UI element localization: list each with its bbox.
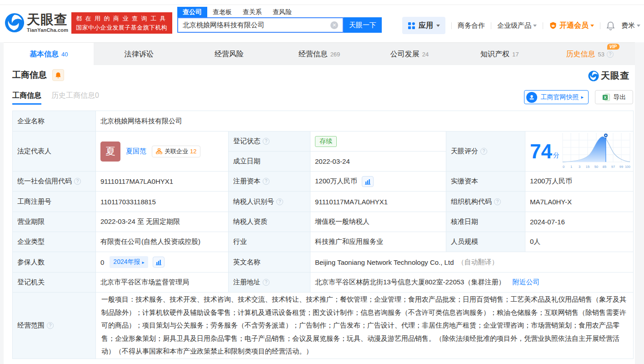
section-header: 工商信息: [12, 69, 64, 81]
status-date-column: 登记状态 ? 存续 成立日期 2022-03-24: [229, 131, 446, 172]
help-icon[interactable]: ?: [47, 322, 54, 329]
nearby-companies-link[interactable]: 附近公司: [512, 278, 539, 287]
auto-translate-note: （自动翻译）: [457, 258, 498, 267]
svg-text:15: 15: [586, 165, 589, 169]
vip-crown-icon: [549, 21, 557, 30]
vip-tag: VIP: [607, 44, 619, 50]
related-companies-badge[interactable]: 关联企业 12: [152, 146, 200, 157]
legal-rep-link[interactable]: 夏国范: [126, 147, 146, 156]
top-nav: 应用 商务合作 企业级产品 开通会员: [402, 17, 640, 34]
table-row: 登记状态 ? 存续: [229, 131, 446, 152]
help-icon[interactable]: ?: [263, 178, 270, 185]
credit-code-label: 统一社会信用代码 ?: [13, 172, 96, 192]
help-icon[interactable]: ?: [607, 51, 614, 58]
watermark-logo: 天眼查: [588, 70, 629, 82]
enterprise-label: 企业级产品: [497, 21, 531, 30]
label-text: 组织机构代码: [451, 197, 492, 206]
table-row: 经营范围 ? 一般项目：技术服务、技术开发、技术咨询、技术交流、技术转让、技术推…: [13, 293, 634, 359]
company-type-label: 企业类型: [13, 232, 96, 252]
snapshot-label: 工商官网快照: [540, 93, 579, 101]
reg-number-value: 110117033118815: [96, 192, 229, 212]
help-icon[interactable]: ?: [276, 198, 283, 205]
taxpayer-quality-value: 增值税一般纳税人: [310, 212, 446, 232]
divider: [600, 22, 600, 29]
taxpayer-id-value: 91110117MA7LA0HYX1: [310, 192, 446, 212]
tianyancha-logo[interactable]: 天眼查 TianYanCha.com: [5, 13, 68, 33]
label-text: 登记状态: [233, 137, 260, 146]
svg-text:100: 100: [625, 165, 630, 168]
nav-vip[interactable]: 开通会员: [549, 21, 594, 30]
capital-chart-button[interactable]: [362, 176, 374, 187]
insured-chart-button[interactable]: [153, 257, 165, 268]
tab-company-development[interactable]: 公司发展 24: [364, 43, 454, 66]
sub-tabs: 工商信息 历史工商信息0: [12, 91, 109, 105]
nav-user[interactable]: 费米: [621, 21, 640, 30]
tianyancha-logo-icon: [588, 71, 599, 81]
excel-icon: X: [602, 93, 610, 101]
label-text: 经营范围: [17, 321, 45, 330]
subscribe-bell-button[interactable]: [52, 69, 64, 81]
arrow-right-icon: ▸: [581, 94, 584, 100]
tab-operating-risk[interactable]: 经营风险: [184, 43, 274, 66]
help-icon[interactable]: ?: [263, 138, 270, 145]
export-button[interactable]: X 导出: [595, 90, 633, 104]
clear-icon[interactable]: ✕: [330, 21, 338, 29]
nav-cooperation[interactable]: 商务合作: [458, 21, 485, 30]
apps-menu[interactable]: 应用: [402, 17, 445, 34]
search-tab-relation[interactable]: 查关系: [243, 8, 262, 16]
insured-label: 参保人数: [13, 252, 96, 273]
search-tab-boss[interactable]: 查老板: [213, 8, 232, 16]
subtab-history-business-info[interactable]: 历史工商信息0: [51, 91, 99, 105]
est-date-label: 成立日期: [229, 152, 310, 172]
svg-text:99: 99: [619, 165, 623, 169]
search-button[interactable]: 天眼一下: [344, 17, 382, 33]
tab-intellectual-property[interactable]: 知识产权 17: [454, 43, 544, 66]
chevron-down-icon: [436, 25, 440, 29]
search-tab-risk[interactable]: 查风险: [273, 8, 292, 16]
paid-capital-value: 1200万人民币: [525, 172, 634, 192]
tab-business-info[interactable]: 经营信息 269: [274, 43, 364, 66]
tab-history-info[interactable]: VIP 历史信息 53 ?: [545, 43, 635, 66]
official-snapshot-button[interactable]: 工商官网快照 ▸: [524, 90, 589, 104]
tab-legal[interactable]: 法律诉讼: [94, 43, 184, 66]
search-input[interactable]: 北京桃娘网络科技有限公司 ✕: [177, 17, 344, 33]
help-icon[interactable]: ?: [494, 198, 501, 205]
label-text: 注册资本: [233, 177, 260, 186]
annual-report-label: 2024年报: [113, 258, 140, 266]
taxpayer-id-label: 纳税人识别号 ?: [229, 192, 310, 212]
business-info-table: 企业名称 北京桃娘网络科技有限公司 法定代表人 夏 夏国范 关联企业 12: [12, 111, 634, 359]
help-icon[interactable]: ?: [74, 178, 81, 185]
tab-label: 基本信息: [30, 50, 59, 59]
chevron-down-icon: [590, 25, 594, 29]
insured-value: 0 2024年报 ▸: [96, 252, 229, 273]
user-name: 费米: [621, 21, 635, 30]
search-tab-company[interactable]: 查公司: [177, 7, 207, 18]
term-value: 2022-03-24 至 无固定期限: [96, 212, 229, 232]
nav-enterprise[interactable]: 企业级产品: [497, 21, 537, 30]
org-chart-icon: [156, 148, 162, 154]
en-name-value: Beijing Taoniang Network Technology Co.,…: [310, 252, 634, 273]
staff-value: 0人: [525, 232, 634, 252]
annual-report-badge[interactable]: 2024年报 ▸: [110, 256, 148, 268]
tab-label: 经营风险: [215, 50, 244, 59]
table-row: 营业期限 2022-03-24 至 无固定期限 纳税人资质 增值税一般纳税人 核…: [13, 212, 634, 232]
label-text: 统一社会信用代码: [17, 177, 72, 186]
reg-capital-label: 注册资本 ?: [229, 172, 310, 192]
help-icon[interactable]: ?: [480, 148, 487, 155]
avatar[interactable]: 夏: [100, 142, 120, 162]
table-row: 工商注册号 110117033118815 纳税人识别号 ? 91110117M…: [13, 192, 634, 212]
search-value: 北京桃娘网络科技有限公司: [183, 21, 330, 30]
company-name-label: 企业名称: [13, 111, 96, 131]
chevron-down-icon: [637, 25, 640, 29]
table-row: 企业名称 北京桃娘网络科技有限公司: [13, 111, 634, 131]
svg-text:1: 1: [570, 165, 572, 169]
search-type-tabs: 查公司 查老板 查关系 查风险: [177, 7, 303, 18]
subtab-business-info[interactable]: 工商信息: [12, 91, 41, 105]
address-label: 注册地址 ?: [229, 273, 310, 293]
tab-count: 269: [330, 51, 340, 58]
notification-bell[interactable]: [606, 21, 615, 30]
table-row: 法定代表人 夏 夏国范 关联企业 12: [13, 131, 634, 172]
tab-basic-info[interactable]: 基本信息 40: [4, 43, 94, 66]
help-icon[interactable]: ?: [263, 279, 270, 286]
arrow-right-icon: ▸: [142, 260, 145, 265]
